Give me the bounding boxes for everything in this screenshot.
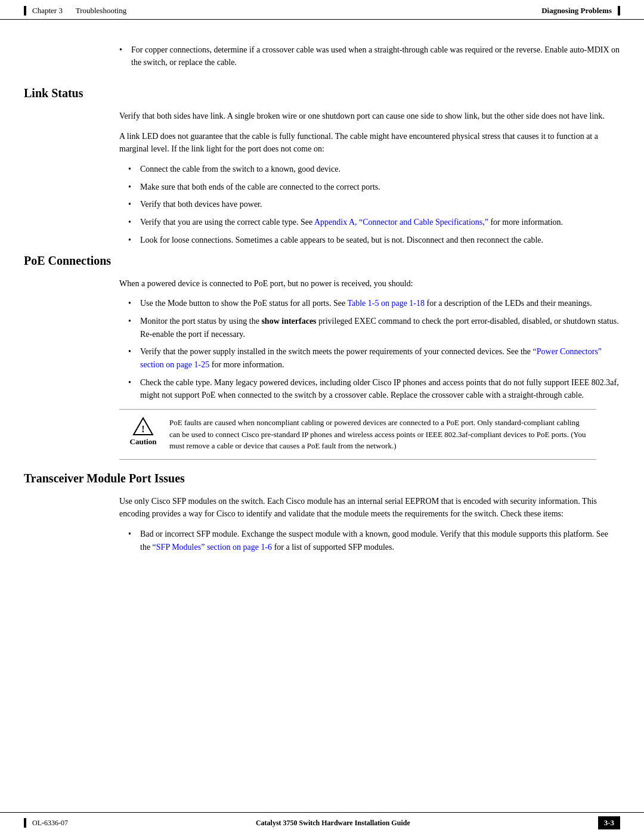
header-right: Diagnosing Problems xyxy=(541,6,620,16)
page-content: For copper connections, determine if a c… xyxy=(0,20,644,596)
page: Chapter 3 Troubleshooting Diagnosing Pro… xyxy=(0,0,644,833)
poe-bullet-1: Use the Mode button to show the PoE stat… xyxy=(128,297,620,310)
footer-left: OL-6336-07 xyxy=(24,818,68,828)
page-footer: OL-6336-07 Catalyst 3750 Switch Hardware… xyxy=(0,812,644,833)
intro-bullet-list: For copper connections, determine if a c… xyxy=(119,44,620,69)
poe-bullet-3: Verify that the power supply installed i… xyxy=(128,345,620,371)
footer-page-number-text: 3-3 xyxy=(604,818,614,828)
link-status-bullet-4: Verify that you are using the correct ca… xyxy=(128,216,620,229)
caution-box: ! Caution PoE faults are caused when non… xyxy=(119,409,596,460)
footer-page-number: 3-3 xyxy=(598,816,620,829)
caution-text: PoE faults are caused when noncompliant … xyxy=(169,417,590,452)
sfp-modules-link[interactable]: “SFP Modules” section on page 1-6 xyxy=(153,543,273,552)
poe-connections-heading: PoE Connections xyxy=(24,254,620,268)
poe-intro: When a powered device is connected to Po… xyxy=(119,277,620,290)
caution-label: Caution xyxy=(130,437,157,447)
link-status-bullet-4-suffix: for more information. xyxy=(488,218,563,227)
header-bar-right xyxy=(618,6,620,16)
footer-bar-left xyxy=(24,818,26,828)
poe-connections-section: PoE Connections When a powered device is… xyxy=(24,254,620,460)
link-status-heading: Link Status xyxy=(24,86,620,100)
page-header: Chapter 3 Troubleshooting Diagnosing Pro… xyxy=(0,0,644,20)
intro-bullet-text: For copper connections, determine if a c… xyxy=(131,45,620,67)
footer-center: Catalyst 3750 Switch Hardware Installati… xyxy=(256,819,410,828)
header-right-label: Diagnosing Problems xyxy=(541,6,612,16)
link-status-bullets: Connect the cable from the switch to a k… xyxy=(128,163,620,246)
poe-bullet-1-suffix: for a description of the LEDs and their … xyxy=(425,299,592,308)
transceiver-bullet-1-suffix: for a list of supported SFP modules. xyxy=(272,543,394,552)
link-status-bullet-1-text: Connect the cable from the switch to a k… xyxy=(140,165,340,174)
link-status-bullet-3: Verify that both devices have power. xyxy=(128,198,620,211)
link-status-bullet-5: Look for loose connections. Sometimes a … xyxy=(128,234,620,247)
poe-bullet-1-prefix: Use the Mode button to show the PoE stat… xyxy=(140,299,347,308)
link-status-bullet-4-prefix: Verify that you are using the correct ca… xyxy=(140,218,314,227)
link-status-bullet-1: Connect the cable from the switch to a k… xyxy=(128,163,620,176)
link-status-bullet-2: Make sure that both ends of the cable ar… xyxy=(128,181,620,194)
link-status-para1: Verify that both sides have link. A sing… xyxy=(119,110,620,123)
transceiver-bullets: Bad or incorrect SFP module. Exchange th… xyxy=(128,528,620,553)
header-chapter: Chapter 3 xyxy=(32,6,63,16)
poe-bullet-2-prefix: Monitor the port status by using the xyxy=(140,317,261,326)
poe-bullet-3-suffix: for more information. xyxy=(209,360,284,369)
svg-text:!: ! xyxy=(141,424,144,434)
poe-bullet-3-prefix: Verify that the power supply installed i… xyxy=(140,347,533,356)
caution-triangle-icon: ! xyxy=(132,417,154,436)
footer-guide-title: Catalyst 3750 Switch Hardware Installati… xyxy=(256,819,410,827)
appendix-a-link[interactable]: Appendix A, “Connector and Cable Specifi… xyxy=(314,218,488,227)
header-left: Chapter 3 Troubleshooting xyxy=(24,6,126,16)
transceiver-para1: Use only Cisco SFP modules on the switch… xyxy=(119,495,620,521)
intro-bullet-item: For copper connections, determine if a c… xyxy=(119,44,620,69)
caution-icon-area: ! Caution xyxy=(125,417,161,447)
poe-bullets: Use the Mode button to show the PoE stat… xyxy=(128,297,620,402)
poe-bullet-4: Check the cable type. Many legacy powere… xyxy=(128,376,620,402)
footer-doc-number: OL-6336-07 xyxy=(32,819,68,828)
link-status-section: Link Status Verify that both sides have … xyxy=(24,86,620,247)
table-1-5-link[interactable]: Table 1-5 on page 1-18 xyxy=(347,299,425,308)
link-status-bullet-5-text: Look for loose connections. Sometimes a … xyxy=(140,236,543,244)
link-status-para2: A link LED does not guarantee that the c… xyxy=(119,130,620,156)
link-status-bullet-3-text: Verify that both devices have power. xyxy=(140,200,262,209)
transceiver-bullet-1: Bad or incorrect SFP module. Exchange th… xyxy=(128,528,620,553)
transceiver-section: Transceiver Module Port Issues Use only … xyxy=(24,472,620,554)
poe-bullet-2-bold: show interfaces xyxy=(261,317,316,326)
header-section: Troubleshooting xyxy=(76,6,126,16)
transceiver-heading: Transceiver Module Port Issues xyxy=(24,472,620,485)
poe-bullet-2: Monitor the port status by using the sho… xyxy=(128,315,620,340)
poe-bullet-4-text: Check the cable type. Many legacy powere… xyxy=(140,378,619,400)
link-status-bullet-2-text: Make sure that both ends of the cable ar… xyxy=(140,182,380,191)
header-bar-left xyxy=(24,6,26,16)
intro-section: For copper connections, determine if a c… xyxy=(119,44,620,69)
header-separator xyxy=(66,6,72,16)
